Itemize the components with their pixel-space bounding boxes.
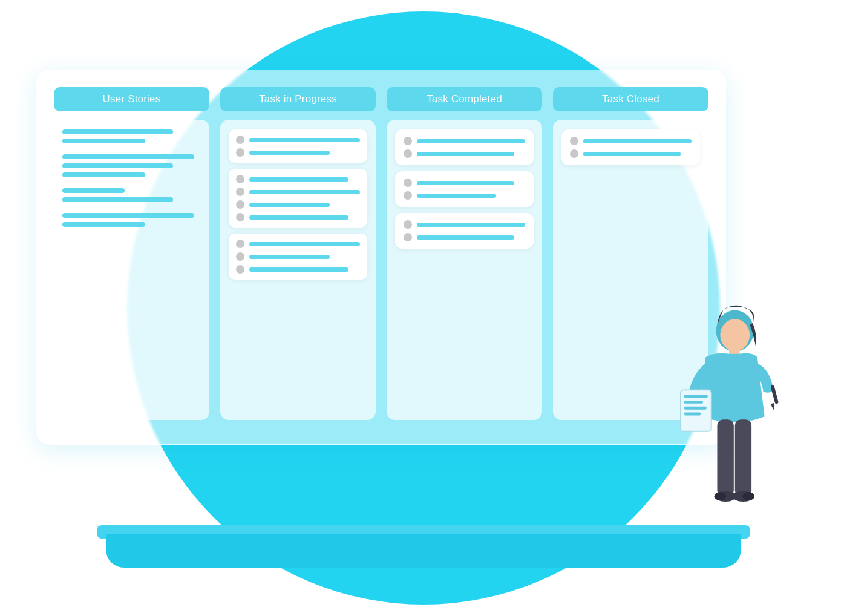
story-line (62, 197, 173, 202)
task-row (236, 188, 360, 196)
task-dot (236, 200, 244, 209)
svg-rect-7 (684, 413, 701, 416)
task-line (249, 177, 348, 182)
task-row (236, 265, 360, 274)
story-line (62, 213, 194, 218)
task-dot (570, 149, 578, 158)
story-line (62, 163, 173, 168)
task-line (417, 194, 496, 198)
person-illustration (669, 298, 790, 552)
svg-rect-10 (717, 419, 733, 496)
task-line (249, 151, 330, 155)
line-group-4 (62, 213, 201, 227)
column-user-stories: User Stories (54, 87, 209, 420)
scene: User Stories (0, 0, 847, 616)
story-line (62, 188, 125, 193)
task-line (249, 267, 348, 272)
column-body-user-stories (54, 120, 209, 420)
column-header-task-closed: Task Closed (553, 87, 708, 111)
task-dot (236, 265, 244, 274)
task-dot (236, 240, 244, 248)
task-line (249, 203, 330, 207)
task-dot (570, 137, 578, 145)
column-body-task-in-progress (220, 120, 376, 420)
story-line (62, 139, 145, 143)
task-dot (404, 137, 412, 145)
column-task-completed: Task Completed (387, 87, 542, 420)
column-header-task-completed: Task Completed (387, 87, 542, 111)
task-line (249, 138, 360, 142)
task-dot (236, 252, 244, 261)
task-card (229, 129, 367, 163)
story-line (62, 222, 145, 227)
task-dot (236, 136, 244, 144)
task-row (404, 137, 525, 145)
shelf-bottom (106, 534, 741, 568)
line-group-3 (62, 188, 201, 202)
board-wrapper: User Stories (36, 70, 726, 445)
task-dot (404, 149, 412, 158)
column-body-task-completed (387, 120, 542, 420)
task-row (236, 148, 360, 157)
closed-card (561, 129, 700, 165)
task-row (404, 149, 525, 158)
svg-rect-6 (684, 407, 707, 410)
task-line (417, 152, 514, 156)
task-dot (236, 175, 244, 183)
task-dot (236, 188, 244, 196)
task-line (417, 223, 525, 227)
task-dot (404, 191, 412, 200)
svg-point-15 (742, 492, 754, 500)
task-row (404, 191, 525, 200)
task-line (249, 215, 348, 220)
task-card (229, 169, 367, 228)
task-row (404, 233, 525, 241)
task-line (249, 190, 360, 194)
line-group-2 (62, 154, 201, 177)
task-line (417, 235, 514, 240)
task-row (570, 137, 692, 145)
task-row (404, 179, 525, 187)
story-line (62, 172, 145, 177)
column-task-in-progress: Task in Progress (220, 87, 376, 420)
svg-point-14 (715, 492, 727, 500)
svg-rect-4 (684, 395, 708, 398)
task-line (583, 139, 692, 143)
task-line (583, 152, 681, 156)
task-dot (404, 233, 412, 241)
task-line (417, 181, 514, 185)
task-row (570, 149, 692, 158)
svg-rect-8 (770, 385, 779, 404)
task-card (229, 234, 367, 280)
completed-card (395, 171, 534, 207)
kanban-board: User Stories (36, 70, 726, 445)
task-row (236, 213, 360, 221)
task-row (236, 175, 360, 183)
svg-point-1 (720, 319, 750, 351)
story-line (62, 129, 173, 134)
task-line (417, 139, 525, 143)
svg-rect-5 (684, 401, 703, 404)
svg-marker-9 (770, 403, 776, 411)
column-header-user-stories: User Stories (54, 87, 209, 111)
story-line (62, 154, 194, 159)
completed-card (395, 129, 534, 165)
task-row (236, 240, 360, 248)
task-row (236, 136, 360, 144)
task-dot (404, 179, 412, 187)
task-line (249, 255, 330, 259)
line-group-1 (62, 129, 201, 143)
task-row (236, 200, 360, 209)
completed-card (395, 213, 534, 249)
task-line (249, 242, 360, 246)
task-dot (404, 220, 412, 229)
task-dot (236, 213, 244, 221)
task-row (404, 220, 525, 229)
column-header-task-in-progress: Task in Progress (220, 87, 376, 111)
svg-rect-11 (735, 419, 751, 496)
task-row (236, 252, 360, 261)
task-dot (236, 148, 244, 157)
